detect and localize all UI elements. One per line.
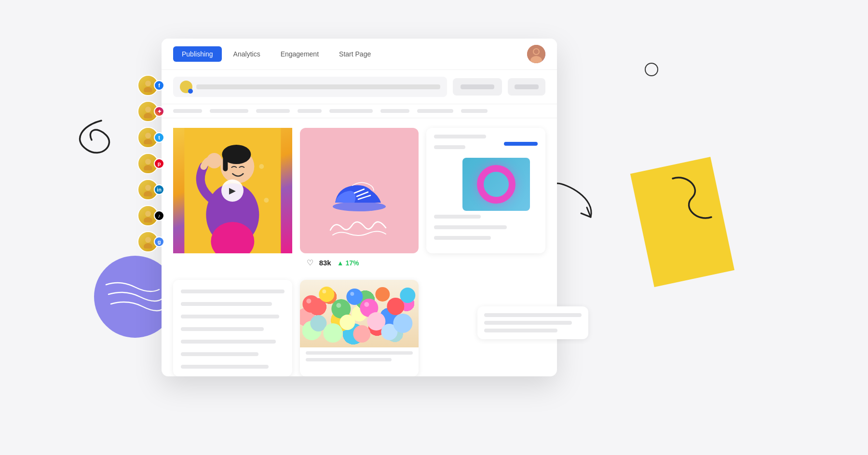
svg-point-9: [144, 191, 152, 196]
linkedin-badge: in: [154, 184, 164, 195]
decorative-circle-outline: [645, 63, 658, 76]
heart-icon: ♡: [307, 258, 313, 267]
like-count: 83k: [319, 259, 331, 267]
text-line-5: [181, 340, 276, 344]
text-line-3: [181, 315, 279, 318]
svg-point-17: [534, 49, 539, 54]
svg-point-45: [336, 303, 341, 308]
social-item-google[interactable]: g: [137, 231, 164, 252]
sub-filter-7[interactable]: [417, 109, 453, 113]
sub-filter-1[interactable]: [173, 109, 202, 113]
svg-point-0: [145, 81, 151, 86]
blog-image: [462, 158, 530, 211]
tab-analytics[interactable]: Analytics: [225, 46, 269, 62]
svg-point-37: [323, 323, 342, 343]
toolbar-input[interactable]: [173, 77, 447, 97]
toolbar-button-1[interactable]: [453, 78, 502, 96]
svg-point-47: [364, 302, 369, 307]
pinterest-badge: p: [154, 158, 164, 169]
card-sneaker[interactable]: [300, 128, 419, 253]
text-line-2: [181, 302, 272, 306]
card-illustration[interactable]: ▶: [173, 128, 292, 272]
sub-filter-5[interactable]: [329, 109, 373, 113]
card-stats: ♡ 83k ▲ 17%: [300, 253, 419, 272]
instagram-badge: ✦: [154, 106, 164, 117]
cursive-overlay-text: [326, 216, 393, 243]
svg-point-35: [400, 288, 415, 303]
toolbar-input-placeholder: [196, 84, 440, 89]
card-balls[interactable]: [300, 280, 419, 376]
svg-point-43: [306, 299, 311, 303]
balls-text: [300, 347, 419, 369]
svg-point-39: [353, 325, 370, 343]
svg-point-26: [264, 198, 269, 203]
decorative-arrow: [552, 179, 605, 224]
svg-point-38: [339, 315, 355, 330]
svg-point-8: [145, 185, 151, 191]
tab-engagement[interactable]: Engagement: [272, 46, 327, 62]
decorative-squiggle-left: [63, 111, 140, 180]
google-badge: g: [154, 236, 164, 247]
growth-stat: ▲ 17%: [337, 259, 359, 267]
svg-point-44: [322, 290, 326, 293]
svg-point-6: [145, 159, 151, 165]
play-button[interactable]: ▶: [221, 179, 244, 202]
svg-point-25: [259, 164, 264, 169]
ring-visual: [477, 165, 515, 204]
svg-point-33: [375, 287, 390, 302]
svg-point-46: [350, 292, 354, 296]
tiktok-badge: ♪: [154, 210, 164, 221]
blog-title-line-2: [434, 145, 465, 149]
card-sneaker-wrapper: ♡ 83k ▲ 17%: [300, 128, 419, 272]
nav-bar: Publishing Analytics Engagement Start Pa…: [162, 39, 557, 70]
sub-filter-3[interactable]: [256, 109, 290, 113]
toolbar-button-2[interactable]: [508, 78, 545, 96]
svg-point-31: [346, 289, 363, 305]
extra-text-line-3: [484, 329, 557, 332]
sub-filter-6[interactable]: [380, 109, 409, 113]
tab-publishing[interactable]: Publishing: [173, 46, 222, 62]
card-blog[interactable]: [426, 128, 545, 253]
sub-filter-8[interactable]: [461, 109, 488, 113]
text-line-1: [181, 290, 285, 293]
svg-point-3: [144, 113, 152, 118]
blog-cta-button[interactable]: [504, 142, 538, 146]
sub-filter-2[interactable]: [210, 109, 248, 113]
social-item-instagram[interactable]: ✦: [137, 101, 164, 122]
balls-text-line-2: [306, 358, 392, 361]
toolbar-btn-label-2: [515, 84, 539, 89]
text-line-4: [181, 327, 264, 331]
tab-start-page[interactable]: Start Page: [330, 46, 380, 62]
sub-filter-4[interactable]: [298, 109, 322, 113]
svg-point-24: [206, 153, 222, 168]
social-item-pinterest[interactable]: p: [137, 153, 164, 174]
svg-point-13: [144, 243, 152, 248]
svg-point-4: [145, 133, 151, 138]
social-item-twitter[interactable]: t: [137, 127, 164, 148]
text-line-6: [181, 352, 258, 356]
blog-body-line-2: [434, 225, 506, 229]
decorative-squiggle-yellow: [663, 169, 726, 234]
twitter-badge: t: [154, 132, 164, 143]
svg-point-27: [333, 202, 386, 211]
decorative-blue-lines: [101, 275, 164, 316]
extra-text-line-2: [484, 321, 572, 325]
toolbar: [162, 70, 557, 104]
toolbar-avatar-icon: [180, 81, 192, 93]
social-item-facebook[interactable]: f: [137, 75, 164, 96]
svg-point-29: [319, 287, 334, 302]
social-item-linkedin[interactable]: in: [137, 179, 164, 200]
card-blog-header: [426, 128, 545, 248]
sub-toolbar: [162, 104, 557, 118]
social-item-tiktok[interactable]: ♪: [137, 205, 164, 226]
svg-point-34: [387, 298, 404, 315]
card-extra-text[interactable]: [477, 306, 588, 339]
balls-text-line-1: [306, 351, 413, 355]
blog-title-line-1: [434, 135, 486, 138]
social-sidebar: f ✦ t p in ♪ g: [137, 75, 164, 252]
card-text[interactable]: [173, 280, 292, 376]
svg-point-12: [145, 237, 151, 243]
user-avatar[interactable]: [527, 45, 545, 63]
svg-point-5: [144, 139, 152, 144]
svg-point-1: [144, 87, 152, 92]
